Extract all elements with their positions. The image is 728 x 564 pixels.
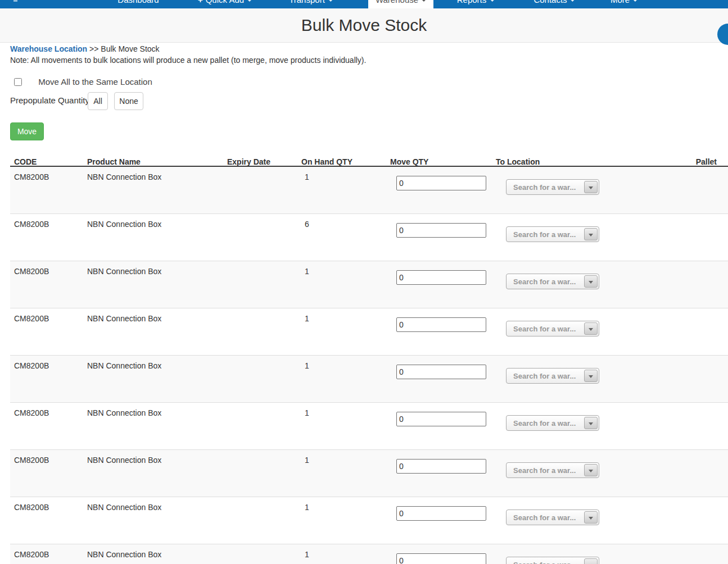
move-qty-input[interactable] [396, 176, 486, 190]
move-qty-input[interactable] [396, 459, 486, 474]
cell-code: CM8200B [14, 314, 49, 323]
nav-item-more[interactable]: More [611, 0, 637, 4]
breadcrumb-separator: >> [89, 44, 98, 53]
table-row: CM8200B NBN Connection Box 1 Search for … [10, 497, 728, 544]
move-qty-input[interactable] [396, 506, 486, 521]
prepopulate-all-button[interactable]: All [88, 92, 108, 110]
nav-item-contacts[interactable]: Contacts [533, 0, 575, 4]
table-row: CM8200B NBN Connection Box 1 Search for … [10, 450, 728, 497]
table-row: CM8200B NBN Connection Box 1 Search for … [10, 261, 728, 308]
prepopulate-none-button[interactable]: None [114, 92, 143, 110]
chevron-down-icon [490, 0, 494, 2]
to-location-select[interactable]: Search for a war... [506, 415, 599, 431]
move-qty-input[interactable] [396, 412, 486, 426]
to-location-placeholder: Search for a war... [513, 561, 576, 564]
nav-item-dashboard[interactable]: Dashboard [117, 0, 159, 4]
move-qty-input[interactable] [396, 317, 486, 332]
cell-onhand-qty: 1 [305, 267, 309, 276]
breadcrumb: Warehouse Location >> Bulk Move Stock [10, 44, 160, 53]
cell-onhand-qty: 1 [305, 503, 309, 512]
dropdown-arrow-icon [584, 228, 598, 240]
table-row: CM8200B NBN Connection Box 1 Search for … [10, 308, 728, 356]
chevron-down-icon [571, 0, 575, 2]
chevron-down-icon [422, 0, 426, 2]
col-header-onhand-qty: On Hand QTY [301, 157, 352, 166]
cell-onhand-qty: 1 [305, 172, 309, 181]
cell-product: NBN Connection Box [87, 172, 161, 181]
cell-onhand-qty: 1 [305, 361, 309, 370]
move-qty-input[interactable] [396, 365, 486, 379]
cell-onhand-qty: 6 [305, 220, 309, 229]
dropdown-arrow-icon [584, 417, 598, 429]
to-location-placeholder: Search for a war... [513, 230, 576, 239]
cell-product: NBN Connection Box [87, 550, 161, 559]
cell-product: NBN Connection Box [87, 267, 161, 276]
chevron-down-icon [247, 0, 252, 2]
cell-onhand-qty: 1 [305, 456, 309, 465]
to-location-select[interactable]: Search for a war... [506, 274, 599, 289]
to-location-select[interactable]: Search for a war... [506, 510, 599, 525]
to-location-placeholder: Search for a war... [513, 278, 576, 286]
cell-product: NBN Connection Box [87, 220, 161, 229]
table-body: CM8200B NBN Connection Box 1 Search for … [10, 167, 728, 564]
move-all-label: Move All to the Same Location [38, 77, 152, 87]
to-location-select[interactable]: Search for a war... [506, 462, 599, 478]
move-qty-input[interactable] [396, 270, 486, 285]
to-location-placeholder: Search for a war... [513, 325, 576, 333]
top-navbar: Dashboard +Quick Add Transport Warehouse… [0, 0, 728, 8]
cell-code: CM8200B [14, 503, 49, 512]
table-header-row: CODE Product Name Expiry Date On Hand QT… [10, 157, 728, 167]
cell-product: NBN Connection Box [87, 503, 161, 512]
cell-code: CM8200B [14, 550, 49, 559]
dropdown-arrow-icon [584, 370, 598, 382]
to-location-placeholder: Search for a war... [513, 466, 576, 475]
col-header-to-location: To Location [496, 157, 540, 166]
dropdown-arrow-icon [584, 275, 598, 288]
to-location-select[interactable]: Search for a war... [506, 226, 599, 242]
table-row: CM8200B NBN Connection Box 1 Search for … [10, 356, 728, 403]
nav-item-reports[interactable]: Reports [457, 0, 495, 4]
table-row: CM8200B NBN Connection Box 1 Search for … [10, 544, 728, 564]
note-text: Note: All movements to bulk locations wi… [10, 56, 366, 65]
to-location-select[interactable]: Search for a war... [506, 557, 599, 564]
cell-code: CM8200B [14, 220, 49, 229]
to-location-placeholder: Search for a war... [513, 419, 576, 427]
move-all-checkbox[interactable] [14, 78, 22, 86]
prepopulate-quantity-label: Prepopulate Quantity [10, 95, 89, 105]
to-location-select[interactable]: Search for a war... [506, 368, 599, 384]
dropdown-arrow-icon [584, 558, 598, 564]
col-header-pallet: Pallet [696, 157, 717, 166]
cell-code: CM8200B [14, 456, 49, 465]
plus-icon: + [198, 0, 203, 4]
col-header-code: CODE [14, 157, 37, 166]
chevron-down-icon [328, 0, 333, 2]
nav-item-warehouse-active[interactable]: Warehouse [368, 0, 433, 8]
page-title: Bulk Move Stock [0, 8, 728, 35]
cell-onhand-qty: 1 [305, 314, 309, 323]
dropdown-arrow-icon [584, 322, 598, 335]
nav-item-quick-add[interactable]: +Quick Add [198, 0, 252, 4]
nav-item-warehouse-label: Warehouse [376, 0, 426, 4]
move-qty-input[interactable] [396, 223, 486, 238]
cell-code: CM8200B [14, 408, 49, 417]
to-location-placeholder: Search for a war... [513, 513, 576, 522]
cell-code: CM8200B [14, 361, 49, 370]
move-qty-input[interactable] [396, 553, 486, 564]
table-row: CM8200B NBN Connection Box 1 Search for … [10, 403, 728, 450]
page-header: Bulk Move Stock [0, 8, 728, 43]
chevron-down-icon [633, 0, 637, 2]
breadcrumb-warehouse-location-link[interactable]: Warehouse Location [10, 44, 87, 53]
cell-code: CM8200B [14, 172, 49, 181]
breadcrumb-current: Bulk Move Stock [101, 44, 159, 53]
bulk-move-table: CODE Product Name Expiry Date On Hand QT… [10, 157, 728, 564]
to-location-select[interactable]: Search for a war... [506, 321, 599, 336]
move-button[interactable]: Move [10, 122, 44, 140]
nav-item-transport[interactable]: Transport [289, 0, 333, 4]
to-location-placeholder: Search for a war... [513, 183, 576, 192]
cell-onhand-qty: 1 [305, 408, 309, 417]
cell-onhand-qty: 1 [305, 550, 309, 559]
table-row: CM8200B NBN Connection Box 1 Search for … [10, 167, 728, 214]
col-header-expiry: Expiry Date [227, 157, 270, 166]
col-header-product: Product Name [87, 157, 141, 166]
to-location-select[interactable]: Search for a war... [506, 179, 599, 195]
